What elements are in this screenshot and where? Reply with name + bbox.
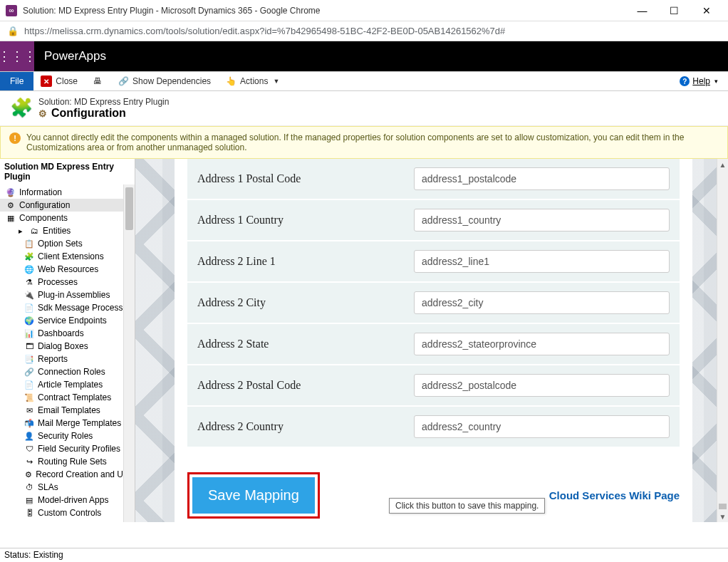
address-bar: 🔒 https://melissa.crm.dynamics.com/tools… xyxy=(0,21,728,41)
chevron-down-icon: ▾ xyxy=(714,78,718,85)
field-input-address2-city[interactable] xyxy=(414,291,670,314)
control-icon: 🎛 xyxy=(24,508,34,518)
process-icon: ⚗ xyxy=(24,277,34,287)
sidebar-item-plugin-assemblies[interactable]: 🔌Plug-in Assemblies xyxy=(0,288,135,301)
export-icon: 🖶 xyxy=(92,76,103,87)
field-label: Address 2 Postal Code xyxy=(187,365,404,406)
table-row: Address 2 City xyxy=(187,282,680,323)
chevron-right-icon: ▸ xyxy=(16,226,26,236)
sidebar-item-dashboards[interactable]: 📊Dashboards xyxy=(0,327,135,340)
sidebar: Solution MD Express Entry Plugin 🔮Inform… xyxy=(0,159,135,522)
minimize-button[interactable]: ― xyxy=(626,1,658,21)
field-input-address1-postalcode[interactable] xyxy=(414,167,670,190)
sidebar-item-slas[interactable]: ⏱SLAs xyxy=(0,481,135,494)
sla-icon: ⏱ xyxy=(24,482,34,492)
warning-banner: ! You cannot directly edit the component… xyxy=(0,126,728,159)
field-label: Address 2 Line 1 xyxy=(187,241,404,282)
close-label: Close xyxy=(56,76,78,86)
file-button[interactable]: File xyxy=(0,72,33,90)
app-icon: ▤ xyxy=(24,495,34,505)
waffle-icon[interactable]: ⋮⋮⋮ xyxy=(0,41,34,71)
sidebar-item-service-endpoints[interactable]: 🌍Service Endpoints xyxy=(0,314,135,327)
close-button[interactable]: ✕ Close xyxy=(33,72,85,90)
maximize-button[interactable]: ☐ xyxy=(658,1,690,21)
gear-icon: ⚙ xyxy=(6,200,16,210)
sidebar-scrollbar[interactable] xyxy=(123,184,135,522)
sidebar-item-information[interactable]: 🔮Information xyxy=(0,186,135,199)
sidebar-item-client-extensions[interactable]: 🧩Client Extensions xyxy=(0,250,135,263)
routing-icon: ↪ xyxy=(24,457,34,467)
table-row: Address 1 Postal Code xyxy=(187,159,680,199)
sidebar-item-reports[interactable]: 📑Reports xyxy=(0,353,135,365)
field-input-address2-line1[interactable] xyxy=(414,250,670,273)
report-icon: 📑 xyxy=(24,354,34,364)
sidebar-item-web-resources[interactable]: 🌐Web Resources xyxy=(0,263,135,276)
main-content: Address 1 Postal Code Address 1 Country … xyxy=(135,159,728,522)
table-row: Address 2 Country xyxy=(187,406,680,447)
sidebar-item-entities[interactable]: ▸🗂Entities xyxy=(0,224,135,237)
gear-icon: ⚙ xyxy=(38,108,47,119)
scroll-down-icon[interactable]: ▼ xyxy=(717,511,728,522)
article-icon: 📄 xyxy=(24,380,34,390)
sidebar-title: Solution MD Express Entry Plugin xyxy=(0,159,135,184)
table-row: Address 1 Country xyxy=(187,199,680,241)
info-icon: 🔮 xyxy=(6,187,16,197)
sidebar-item-mail-merge[interactable]: 📬Mail Merge Templates xyxy=(0,417,135,430)
chevron-down-icon: ▼ xyxy=(273,78,279,85)
actions-menu[interactable]: 👆 Actions ▼ xyxy=(218,72,286,90)
sidebar-item-virtual-entity[interactable]: ☁Virtual Entity Data Prov… xyxy=(0,519,135,522)
optionset-icon: 📋 xyxy=(24,239,34,249)
virtual-icon: ☁ xyxy=(24,521,32,522)
sidebar-item-model-driven[interactable]: ▤Model-driven Apps xyxy=(0,494,135,506)
export-button[interactable]: 🖶 xyxy=(85,72,110,90)
save-mapping-button[interactable]: Save Mapping xyxy=(192,477,315,514)
warning-text: You cannot directly edit the components … xyxy=(26,132,719,152)
sidebar-item-email-templates[interactable]: ✉Email Templates xyxy=(0,404,135,417)
help-link[interactable]: ? Help ▾ xyxy=(680,76,728,86)
entities-icon: 🗂 xyxy=(29,226,39,236)
field-label: Address 2 State xyxy=(187,323,404,365)
page-header: 🧩 Solution: MD Express Entry Plugin ⚙ Co… xyxy=(0,91,728,126)
sidebar-item-components[interactable]: ▦Components xyxy=(0,212,135,224)
actions-icon: 👆 xyxy=(225,76,236,87)
close-window-button[interactable]: ✕ xyxy=(690,1,722,21)
scroll-up-icon[interactable]: ▲ xyxy=(717,159,728,170)
mapping-table: Address 1 Postal Code Address 1 Country … xyxy=(187,159,680,448)
endpoint-icon: 🌍 xyxy=(24,316,34,326)
field-input-address1-country[interactable] xyxy=(414,209,670,231)
status-text: Status: Existing xyxy=(4,550,63,560)
brand-label: PowerApps xyxy=(34,49,106,63)
command-toolbar: File ✕ Close 🖶 🔗 Show Dependencies 👆 Act… xyxy=(0,71,728,91)
field-label: Address 1 Postal Code xyxy=(187,159,404,199)
sidebar-item-configuration[interactable]: ⚙Configuration xyxy=(0,199,135,212)
record-icon: ⚙ xyxy=(24,469,32,479)
sidebar-item-custom-controls[interactable]: 🎛Custom Controls xyxy=(0,506,135,519)
show-dependencies-button[interactable]: 🔗 Show Dependencies xyxy=(110,72,218,90)
sidebar-item-connection-roles[interactable]: 🔗Connection Roles xyxy=(0,365,135,378)
sidebar-item-option-sets[interactable]: 📋Option Sets xyxy=(0,237,135,250)
tooltip: Click this button to save this mapping. xyxy=(389,498,545,514)
scroll-thumb[interactable] xyxy=(719,504,727,509)
field-input-address2-postalcode[interactable] xyxy=(414,374,670,397)
wiki-link[interactable]: Cloud Services Wiki Page xyxy=(549,489,680,501)
main-scrollbar[interactable]: ▲ ▼ xyxy=(717,159,728,522)
sidebar-item-record-creation[interactable]: ⚙Record Creation and U… xyxy=(0,468,135,481)
dialog-icon: 🗔 xyxy=(24,341,34,351)
sidebar-item-processes[interactable]: ⚗Processes xyxy=(0,276,135,288)
field-input-address2-country[interactable] xyxy=(414,415,670,438)
sidebar-item-routing[interactable]: ↪Routing Rule Sets xyxy=(0,455,135,468)
plugin-icon: 🔌 xyxy=(24,290,34,300)
field-label: Address 1 Country xyxy=(187,199,404,241)
sidebar-item-field-security[interactable]: 🛡Field Security Profiles xyxy=(0,442,135,455)
sidebar-item-contract-templates[interactable]: 📜Contract Templates xyxy=(0,391,135,404)
save-highlight: Save Mapping xyxy=(187,472,320,519)
window-titlebar: ∞ Solution: MD Express Entry Plugin - Mi… xyxy=(0,0,728,21)
sidebar-item-dialog-boxes[interactable]: 🗔Dialog Boxes xyxy=(0,340,135,353)
show-dependencies-label: Show Dependencies xyxy=(132,76,211,86)
sidebar-item-sdk-message[interactable]: 📄Sdk Message Processing… xyxy=(0,301,135,314)
sidebar-item-security-roles[interactable]: 👤Security Roles xyxy=(0,430,135,442)
url-text[interactable]: https://melissa.crm.dynamics.com/tools/s… xyxy=(24,26,505,36)
field-input-address2-state[interactable] xyxy=(414,333,670,355)
sidebar-item-article-templates[interactable]: 📄Article Templates xyxy=(0,378,135,391)
close-icon: ✕ xyxy=(41,76,52,87)
